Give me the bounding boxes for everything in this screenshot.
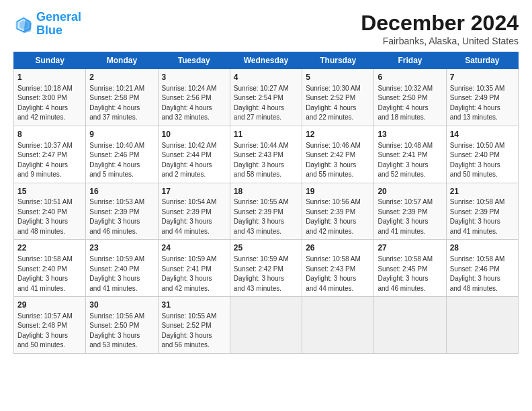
day-number: 31 xyxy=(162,300,226,311)
day-number: 8 xyxy=(17,129,82,140)
day-info: Sunrise: 10:21 AM Sunset: 2:58 PM Daylig… xyxy=(89,84,154,123)
day-info: Sunrise: 10:53 AM Sunset: 2:39 PM Daylig… xyxy=(89,197,154,236)
day-number: 29 xyxy=(17,300,82,311)
day-info: Sunrise: 10:48 AM Sunset: 2:41 PM Daylig… xyxy=(378,141,442,180)
calendar-cell: 30Sunrise: 10:56 AM Sunset: 2:50 PM Dayl… xyxy=(86,297,158,354)
day-number: 30 xyxy=(89,300,154,311)
calendar-cell: 22Sunrise: 10:58 AM Sunset: 2:40 PM Dayl… xyxy=(14,240,86,297)
day-info: Sunrise: 10:56 AM Sunset: 2:50 PM Daylig… xyxy=(89,312,154,351)
day-number: 26 xyxy=(306,242,370,254)
calendar-cell: 29Sunrise: 10:57 AM Sunset: 2:48 PM Dayl… xyxy=(14,297,86,354)
calendar-cell: 8Sunrise: 10:37 AM Sunset: 2:47 PM Dayli… xyxy=(14,126,86,183)
calendar-cell xyxy=(302,297,374,354)
day-info: Sunrise: 10:59 AM Sunset: 2:42 PM Daylig… xyxy=(234,255,298,293)
day-number: 15 xyxy=(17,186,82,197)
day-info: Sunrise: 10:58 AM Sunset: 2:46 PM Daylig… xyxy=(450,255,515,293)
calendar-cell: 11Sunrise: 10:44 AM Sunset: 2:43 PM Dayl… xyxy=(230,126,302,183)
day-info: Sunrise: 10:50 AM Sunset: 2:40 PM Daylig… xyxy=(450,141,515,180)
header-cell-monday: Monday xyxy=(86,52,158,69)
logo-text: General Blue xyxy=(36,11,81,38)
header-cell-friday: Friday xyxy=(374,52,446,69)
calendar-cell: 26Sunrise: 10:58 AM Sunset: 2:43 PM Dayl… xyxy=(302,240,374,297)
day-number: 5 xyxy=(306,72,370,83)
calendar-header: SundayMondayTuesdayWednesdayThursdayFrid… xyxy=(14,52,519,69)
calendar-cell: 28Sunrise: 10:58 AM Sunset: 2:46 PM Dayl… xyxy=(446,240,518,297)
day-info: Sunrise: 10:40 AM Sunset: 2:46 PM Daylig… xyxy=(89,141,154,180)
day-number: 2 xyxy=(89,72,154,83)
calendar-cell: 21Sunrise: 10:58 AM Sunset: 2:39 PM Dayl… xyxy=(446,183,518,240)
week-row-4: 22Sunrise: 10:58 AM Sunset: 2:40 PM Dayl… xyxy=(14,240,519,297)
calendar-cell: 20Sunrise: 10:57 AM Sunset: 2:39 PM Dayl… xyxy=(374,183,446,240)
calendar-cell: 2Sunrise: 10:21 AM Sunset: 2:58 PM Dayli… xyxy=(86,69,158,126)
day-number: 22 xyxy=(17,242,82,254)
day-number: 10 xyxy=(162,129,226,140)
logo-icon xyxy=(13,14,34,34)
header-cell-thursday: Thursday xyxy=(302,52,374,69)
day-number: 25 xyxy=(234,242,298,254)
day-number: 24 xyxy=(162,242,226,254)
day-info: Sunrise: 10:46 AM Sunset: 2:42 PM Daylig… xyxy=(306,141,370,180)
day-info: Sunrise: 10:58 AM Sunset: 2:43 PM Daylig… xyxy=(306,255,370,293)
day-number: 14 xyxy=(450,129,515,140)
day-number: 7 xyxy=(450,72,515,83)
day-info: Sunrise: 10:58 AM Sunset: 2:45 PM Daylig… xyxy=(378,255,442,293)
day-number: 9 xyxy=(89,129,154,140)
day-number: 19 xyxy=(306,186,370,197)
day-info: Sunrise: 10:57 AM Sunset: 2:48 PM Daylig… xyxy=(17,312,82,351)
day-info: Sunrise: 10:44 AM Sunset: 2:43 PM Daylig… xyxy=(234,141,298,180)
day-number: 1 xyxy=(17,72,82,83)
calendar-cell: 15Sunrise: 10:51 AM Sunset: 2:40 PM Dayl… xyxy=(14,183,86,240)
calendar-table: SundayMondayTuesdayWednesdayThursdayFrid… xyxy=(13,52,519,354)
day-number: 13 xyxy=(378,129,442,140)
title-block: December 2024 Fairbanks, Alaska, United … xyxy=(361,11,519,46)
day-info: Sunrise: 10:42 AM Sunset: 2:44 PM Daylig… xyxy=(162,141,226,180)
calendar-cell: 18Sunrise: 10:55 AM Sunset: 2:39 PM Dayl… xyxy=(230,183,302,240)
day-info: Sunrise: 10:30 AM Sunset: 2:52 PM Daylig… xyxy=(306,84,370,123)
day-info: Sunrise: 10:37 AM Sunset: 2:47 PM Daylig… xyxy=(17,141,82,180)
calendar-cell: 1Sunrise: 10:18 AM Sunset: 3:00 PM Dayli… xyxy=(14,69,86,126)
day-info: Sunrise: 10:58 AM Sunset: 2:39 PM Daylig… xyxy=(450,197,515,236)
calendar-cell: 10Sunrise: 10:42 AM Sunset: 2:44 PM Dayl… xyxy=(158,126,230,183)
day-info: Sunrise: 10:56 AM Sunset: 2:39 PM Daylig… xyxy=(306,197,370,236)
calendar-cell: 12Sunrise: 10:46 AM Sunset: 2:42 PM Dayl… xyxy=(302,126,374,183)
calendar-cell: 23Sunrise: 10:59 AM Sunset: 2:40 PM Dayl… xyxy=(86,240,158,297)
page-container: General Blue December 2024 Fairbanks, Al… xyxy=(0,0,532,361)
header-cell-tuesday: Tuesday xyxy=(158,52,230,69)
calendar-cell: 14Sunrise: 10:50 AM Sunset: 2:40 PM Dayl… xyxy=(446,126,518,183)
logo: General Blue xyxy=(13,11,81,38)
week-row-5: 29Sunrise: 10:57 AM Sunset: 2:48 PM Dayl… xyxy=(14,297,519,354)
calendar-cell: 9Sunrise: 10:40 AM Sunset: 2:46 PM Dayli… xyxy=(86,126,158,183)
day-number: 28 xyxy=(450,242,515,254)
calendar-cell: 24Sunrise: 10:59 AM Sunset: 2:41 PM Dayl… xyxy=(158,240,230,297)
header-row: SundayMondayTuesdayWednesdayThursdayFrid… xyxy=(14,52,519,69)
calendar-cell: 13Sunrise: 10:48 AM Sunset: 2:41 PM Dayl… xyxy=(374,126,446,183)
week-row-2: 8Sunrise: 10:37 AM Sunset: 2:47 PM Dayli… xyxy=(14,126,519,183)
subtitle: Fairbanks, Alaska, United States xyxy=(361,36,519,46)
calendar-cell xyxy=(446,297,518,354)
main-title: December 2024 xyxy=(361,11,519,36)
day-number: 21 xyxy=(450,186,515,197)
day-info: Sunrise: 10:57 AM Sunset: 2:39 PM Daylig… xyxy=(378,197,442,236)
day-number: 11 xyxy=(234,129,298,140)
day-info: Sunrise: 10:18 AM Sunset: 3:00 PM Daylig… xyxy=(17,84,82,123)
calendar-cell: 31Sunrise: 10:55 AM Sunset: 2:52 PM Dayl… xyxy=(158,297,230,354)
header-cell-wednesday: Wednesday xyxy=(230,52,302,69)
day-info: Sunrise: 10:59 AM Sunset: 2:41 PM Daylig… xyxy=(162,255,226,293)
day-info: Sunrise: 10:35 AM Sunset: 2:49 PM Daylig… xyxy=(450,84,515,123)
calendar-cell: 25Sunrise: 10:59 AM Sunset: 2:42 PM Dayl… xyxy=(230,240,302,297)
week-row-3: 15Sunrise: 10:51 AM Sunset: 2:40 PM Dayl… xyxy=(14,183,519,240)
calendar-cell: 27Sunrise: 10:58 AM Sunset: 2:45 PM Dayl… xyxy=(374,240,446,297)
day-number: 20 xyxy=(378,186,442,197)
day-info: Sunrise: 10:24 AM Sunset: 2:56 PM Daylig… xyxy=(162,84,226,123)
calendar-body: 1Sunrise: 10:18 AM Sunset: 3:00 PM Dayli… xyxy=(14,69,519,354)
day-number: 12 xyxy=(306,129,370,140)
day-info: Sunrise: 10:55 AM Sunset: 2:39 PM Daylig… xyxy=(234,197,298,236)
calendar-cell: 5Sunrise: 10:30 AM Sunset: 2:52 PM Dayli… xyxy=(302,69,374,126)
day-number: 3 xyxy=(162,72,226,83)
week-row-1: 1Sunrise: 10:18 AM Sunset: 3:00 PM Dayli… xyxy=(14,69,519,126)
calendar-cell: 6Sunrise: 10:32 AM Sunset: 2:50 PM Dayli… xyxy=(374,69,446,126)
day-number: 18 xyxy=(234,186,298,197)
header: General Blue December 2024 Fairbanks, Al… xyxy=(13,11,519,46)
calendar-cell: 16Sunrise: 10:53 AM Sunset: 2:39 PM Dayl… xyxy=(86,183,158,240)
day-number: 17 xyxy=(162,186,226,197)
